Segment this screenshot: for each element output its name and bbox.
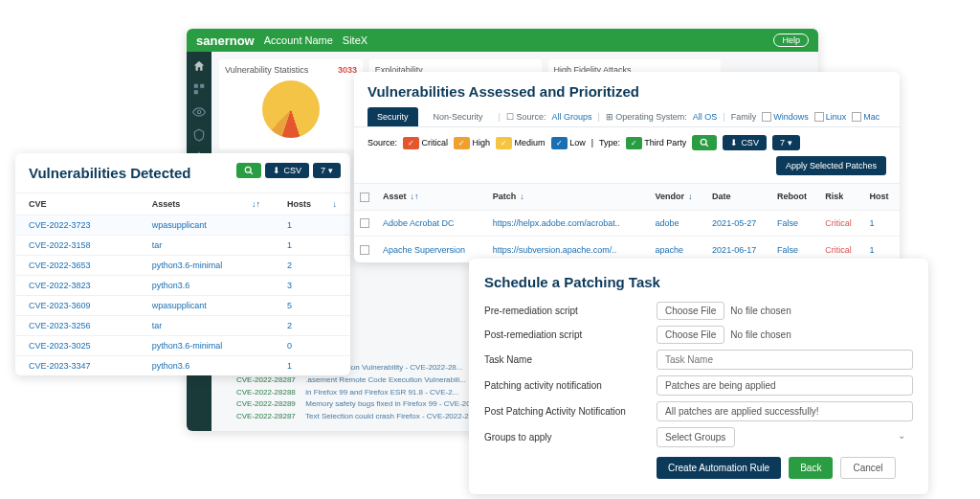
tab-bar: Security Non-Security | ☐ Source: All Gr… bbox=[354, 107, 900, 127]
col-patch[interactable]: Patch↓ bbox=[487, 184, 650, 211]
asset-link[interactable]: tar bbox=[152, 240, 163, 250]
vuln-stats-card: Vulnerability Statistics 3033 bbox=[219, 59, 363, 149]
table-row[interactable]: CVE-2022-3823python3.63 bbox=[15, 276, 350, 296]
patch-link[interactable]: https://subversion.apache.com/.. bbox=[493, 245, 617, 255]
asset-link[interactable]: python3.6 bbox=[152, 281, 190, 290]
filter-bar: Source: ✓ Critical ✓ High ✓ Medium ✓ Low… bbox=[354, 127, 900, 183]
table-row[interactable]: CVE-2022-3653python3.6-minimal2 bbox=[15, 256, 350, 276]
sev-medium[interactable]: ✓ Medium bbox=[496, 138, 546, 147]
post-notif-input[interactable] bbox=[657, 401, 913, 421]
asset-link[interactable]: Apache Superversion bbox=[383, 245, 465, 255]
table-row[interactable]: CVE-2023-3609wpasupplicant5 bbox=[15, 296, 350, 316]
help-button[interactable]: Help bbox=[773, 34, 809, 47]
cancel-button[interactable]: Cancel bbox=[840, 457, 895, 479]
eye-icon[interactable] bbox=[192, 105, 206, 119]
cve-link[interactable]: CVE-2022-3158 bbox=[29, 240, 91, 250]
asset-link[interactable]: tar bbox=[152, 321, 163, 330]
cve-link[interactable]: CVE-2022-3653 bbox=[29, 261, 91, 270]
table-row[interactable]: CVE-2022-3723wpasupplicant1 bbox=[15, 215, 350, 236]
svg-rect-2 bbox=[194, 90, 198, 94]
cve-link[interactable]: CVE-2022-3823 bbox=[29, 281, 91, 290]
create-rule-button[interactable]: Create Automation Rule bbox=[657, 457, 781, 479]
table-row[interactable]: CVE-2023-3025python3.6-minimal0 bbox=[15, 336, 350, 356]
asset-link[interactable]: wpasupplicant bbox=[152, 220, 207, 230]
post-notif-label: Post Patching Activity Notification bbox=[484, 406, 657, 417]
cve-link[interactable]: CVE-2023-3025 bbox=[29, 341, 91, 351]
panel-title: Schedule a Patching Task bbox=[484, 274, 913, 290]
type-thirdparty[interactable]: ✓ Third Party bbox=[626, 138, 686, 147]
notif-label: Patching activity notification bbox=[484, 380, 657, 391]
patch-link[interactable]: https://helpx.adobe.com/acrobat.. bbox=[493, 218, 620, 228]
count-dropdown[interactable]: 7 ▾ bbox=[772, 135, 800, 150]
asset-link[interactable]: wpasupplicant bbox=[152, 301, 207, 310]
dashboard-icon[interactable] bbox=[192, 82, 206, 96]
cve-link[interactable]: CVE-2022-3723 bbox=[29, 220, 91, 230]
csv-export-button[interactable]: ⬇ CSV bbox=[723, 135, 767, 150]
row-checkbox[interactable] bbox=[360, 245, 369, 255]
search-button[interactable] bbox=[692, 135, 717, 150]
sev-critical[interactable]: ✓ Critical bbox=[403, 138, 448, 147]
family-linux[interactable]: Linux bbox=[814, 112, 847, 123]
asset-link[interactable]: Adobe Acrobat DC bbox=[383, 218, 455, 228]
tab-nonsecurity[interactable]: Non-Security bbox=[424, 107, 493, 126]
count-dropdown[interactable]: 7 ▾ bbox=[313, 163, 341, 178]
svg-rect-1 bbox=[200, 84, 204, 88]
table-row[interactable]: Adobe Acrobat DChttps://helpx.adobe.com/… bbox=[354, 210, 900, 237]
brand-logo: sanernow bbox=[196, 34, 255, 48]
asset-link[interactable]: python3.6 bbox=[152, 361, 190, 371]
table-row[interactable]: CVE-2023-3256tar2 bbox=[15, 316, 350, 336]
col-reboot[interactable]: Reboot bbox=[771, 184, 819, 211]
vuln-detected-panel: Vulnerabilities Detected ⬇ CSV 7 ▾ CVE A… bbox=[15, 153, 350, 375]
csv-export-button[interactable]: ⬇ CSV bbox=[265, 163, 309, 178]
svg-point-5 bbox=[702, 139, 707, 145]
family-windows[interactable]: Windows bbox=[762, 112, 809, 123]
table-row[interactable]: CVE-2022-3158tar1 bbox=[15, 236, 350, 256]
sev-low[interactable]: ✓ Low bbox=[551, 138, 586, 147]
col-host[interactable]: Host bbox=[864, 184, 900, 211]
col-asset[interactable]: Asset↓↑ bbox=[377, 184, 487, 211]
post-script-filename: No file chosen bbox=[730, 329, 791, 340]
shield-icon[interactable] bbox=[192, 128, 206, 142]
pre-script-filename: No file chosen bbox=[730, 306, 791, 316]
source-filter[interactable]: All Groups bbox=[551, 112, 591, 122]
back-button[interactable]: Back bbox=[789, 457, 833, 479]
search-button[interactable] bbox=[236, 163, 261, 178]
table-row[interactable]: CVE-2023-3347python3.61 bbox=[15, 356, 350, 376]
asset-link[interactable]: python3.6-minimal bbox=[152, 341, 223, 351]
sev-high[interactable]: ✓ High bbox=[454, 138, 490, 147]
col-vendor[interactable]: Vendor↓ bbox=[649, 184, 706, 211]
family-mac[interactable]: Mac bbox=[852, 112, 880, 123]
card-title: Vulnerability Statistics bbox=[225, 65, 308, 75]
col-assets[interactable]: Assets↓↑ bbox=[139, 193, 274, 215]
cve-link[interactable]: CVE-2023-3347 bbox=[29, 361, 91, 371]
post-script-label: Post-remediation script bbox=[484, 329, 657, 340]
pre-script-choose[interactable]: Choose File bbox=[657, 302, 724, 320]
select-all-checkbox[interactable] bbox=[360, 193, 369, 202]
groups-label: Groups to apply bbox=[484, 432, 657, 442]
tab-security[interactable]: Security bbox=[368, 107, 418, 126]
groups-select[interactable]: Select Groups bbox=[657, 427, 735, 447]
notif-input[interactable] bbox=[657, 375, 913, 396]
col-risk[interactable]: Risk bbox=[819, 184, 863, 211]
home-icon[interactable] bbox=[192, 59, 206, 73]
col-cve[interactable]: CVE bbox=[15, 193, 139, 215]
post-script-choose[interactable]: Choose File bbox=[657, 326, 724, 344]
patch-table: Asset↓↑ Patch↓ Vendor↓ Date Reboot Risk … bbox=[354, 183, 900, 262]
task-name-input[interactable] bbox=[657, 350, 913, 370]
account-name[interactable]: Account Name bbox=[264, 34, 333, 46]
os-filter[interactable]: All OS bbox=[693, 112, 718, 122]
col-hosts[interactable]: Hosts↓ bbox=[274, 193, 350, 215]
pie-chart bbox=[262, 80, 320, 138]
row-checkbox[interactable] bbox=[360, 218, 369, 228]
cve-link[interactable]: CVE-2023-3609 bbox=[29, 301, 91, 310]
task-name-label: Task Name bbox=[484, 354, 657, 365]
svg-point-3 bbox=[197, 110, 201, 114]
panel-title: Vulnerabilities Assessed and Prioritized bbox=[354, 72, 900, 107]
cve-link[interactable]: CVE-2023-3256 bbox=[29, 321, 91, 330]
col-date[interactable]: Date bbox=[706, 184, 771, 211]
svg-rect-0 bbox=[194, 84, 198, 88]
apply-patches-button[interactable]: Apply Selected Patches bbox=[776, 156, 886, 175]
asset-link[interactable]: python3.6-minimal bbox=[152, 261, 223, 270]
vuln-table: CVE Assets↓↑ Hosts↓ CVE-2022-3723wpasupp… bbox=[15, 193, 350, 375]
site-name[interactable]: SiteX bbox=[343, 34, 368, 46]
